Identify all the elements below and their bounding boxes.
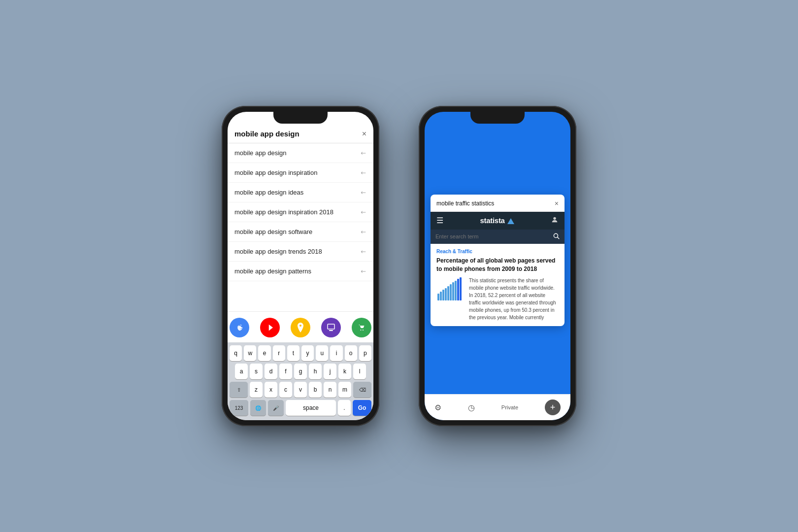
phone-1-screen: mobile app design × mobile app design ↙ … — [228, 112, 373, 420]
statista-menu-icon[interactable]: ☰ — [436, 216, 443, 225]
svg-rect-16 — [452, 282, 454, 300]
svg-rect-19 — [460, 277, 462, 300]
statista-logo: statista — [480, 216, 514, 225]
browser-bottom-bar: ⚙ ◷ Private + — [425, 394, 570, 420]
suggestion-text-1: mobile app design — [234, 149, 287, 157]
statista-header: ☰ statista — [431, 212, 565, 230]
browser-content: mobile traffic statistics × ☰ statista — [425, 127, 570, 394]
key-b[interactable]: b — [309, 382, 322, 398]
phone-1-notch — [273, 112, 328, 124]
key-a[interactable]: a — [235, 364, 248, 379]
key-z[interactable]: z — [250, 382, 263, 398]
key-m[interactable]: m — [338, 382, 351, 398]
arrow-icon-3: ↙ — [359, 188, 368, 197]
search-input[interactable]: mobile app design — [234, 130, 358, 138]
phone-2-content: mobile traffic statistics × ☰ statista — [425, 112, 570, 420]
article-category: Reach & Traffic — [436, 249, 559, 254]
shift-key[interactable]: ⇧ — [230, 382, 248, 398]
key-o[interactable]: o — [345, 345, 357, 361]
key-i[interactable]: i — [330, 345, 342, 361]
key-y[interactable]: y — [301, 345, 314, 361]
list-item[interactable]: mobile app design software ↙ — [228, 222, 373, 242]
svg-rect-11 — [440, 292, 442, 300]
key-n[interactable]: n — [324, 382, 336, 398]
key-d[interactable]: d — [265, 364, 277, 379]
key-q[interactable]: q — [230, 345, 242, 361]
arrow-icon-5: ↙ — [359, 227, 368, 236]
add-tab-button[interactable]: + — [545, 399, 561, 415]
svg-rect-14 — [447, 286, 449, 300]
list-item[interactable]: mobile app design inspiration ↙ — [228, 163, 373, 183]
keyboard: q w e r t y u i o p a s d f g h — [228, 342, 373, 420]
svg-line-9 — [557, 237, 559, 239]
key-w[interactable]: w — [244, 345, 256, 361]
article-body: This statistic presents the share of mob… — [436, 277, 559, 321]
key-t[interactable]: t — [287, 345, 299, 361]
key-g[interactable]: g — [294, 364, 307, 379]
key-x[interactable]: x — [265, 382, 277, 398]
key-r[interactable]: r — [273, 345, 285, 361]
card-search-query: mobile traffic statistics — [436, 200, 555, 207]
key-u[interactable]: u — [316, 345, 328, 361]
key-l[interactable]: l — [353, 364, 366, 379]
key-p[interactable]: p — [359, 345, 371, 361]
svg-rect-2 — [328, 324, 334, 329]
123-key[interactable]: 123 — [230, 400, 248, 416]
statista-search-input[interactable] — [435, 233, 550, 239]
shopping-icon[interactable] — [352, 318, 371, 337]
suggestion-text-6: mobile app design trends 2018 — [234, 248, 322, 255]
list-item[interactable]: mobile app design ↙ — [228, 143, 373, 163]
settings-icon[interactable]: ⚙ — [434, 403, 441, 412]
youtube-icon[interactable] — [260, 318, 280, 337]
key-j[interactable]: j — [324, 364, 336, 379]
key-h[interactable]: h — [309, 364, 322, 379]
svg-rect-15 — [450, 284, 452, 300]
svg-rect-18 — [457, 279, 459, 300]
keyboard-row-3: ⇧ z x c v b n m ⌫ — [230, 382, 371, 398]
keyboard-row-2: a s d f g h j k l — [230, 364, 371, 379]
keyboard-row-4: 123 🌐 🎤 space . Go — [230, 400, 371, 416]
arrow-icon-2: ↙ — [359, 168, 368, 177]
key-s[interactable]: s — [250, 364, 263, 379]
app-icons-row — [228, 311, 373, 342]
maps-icon[interactable] — [291, 318, 310, 337]
svg-point-5 — [363, 330, 364, 331]
statista-search-icon — [553, 233, 560, 241]
key-v[interactable]: v — [294, 382, 307, 398]
dot-key[interactable]: . — [338, 400, 351, 416]
mic-key[interactable]: 🎤 — [268, 400, 284, 416]
list-item[interactable]: mobile app design trends 2018 ↙ — [228, 242, 373, 262]
key-e[interactable]: e — [258, 345, 270, 361]
phone-1-content: mobile app design × mobile app design ↙ … — [228, 112, 373, 420]
suggestion-text-4: mobile app design inspiration 2018 — [234, 208, 333, 216]
phone-2-screen: mobile traffic statistics × ☰ statista — [425, 112, 570, 420]
card-close-button[interactable]: × — [555, 200, 559, 207]
list-item[interactable]: mobile app design inspiration 2018 ↙ — [228, 202, 373, 222]
svg-rect-10 — [437, 294, 439, 300]
key-f[interactable]: f — [279, 364, 292, 379]
private-label: Private — [501, 404, 518, 410]
list-item[interactable]: mobile app design ideas ↙ — [228, 183, 373, 202]
history-icon[interactable]: ◷ — [468, 403, 475, 412]
list-item[interactable]: mobile app design patterns ↙ — [228, 262, 373, 281]
svg-rect-13 — [445, 288, 447, 300]
close-button[interactable]: × — [362, 130, 366, 138]
suggestion-text-7: mobile app design patterns — [234, 267, 311, 275]
svg-point-4 — [361, 330, 362, 331]
svg-rect-17 — [455, 281, 457, 300]
phone-2-notch — [470, 112, 525, 124]
go-key[interactable]: Go — [353, 400, 371, 416]
arrow-icon-6: ↙ — [359, 247, 368, 256]
phone-1: mobile app design × mobile app design ↙ … — [222, 106, 379, 426]
keyboard-row-1: q w e r t y u i o p — [230, 345, 371, 361]
key-c[interactable]: c — [279, 382, 292, 398]
statista-user-icon[interactable] — [551, 216, 559, 226]
space-key[interactable]: space — [286, 400, 336, 416]
article-body-text: This statistic presents the share of mob… — [469, 277, 559, 321]
statista-search-bar — [431, 230, 565, 244]
google-icon[interactable] — [230, 318, 249, 337]
key-k[interactable]: k — [338, 364, 351, 379]
delete-key[interactable]: ⌫ — [353, 382, 371, 398]
slides-icon[interactable] — [321, 318, 341, 337]
globe-key[interactable]: 🌐 — [250, 400, 266, 416]
